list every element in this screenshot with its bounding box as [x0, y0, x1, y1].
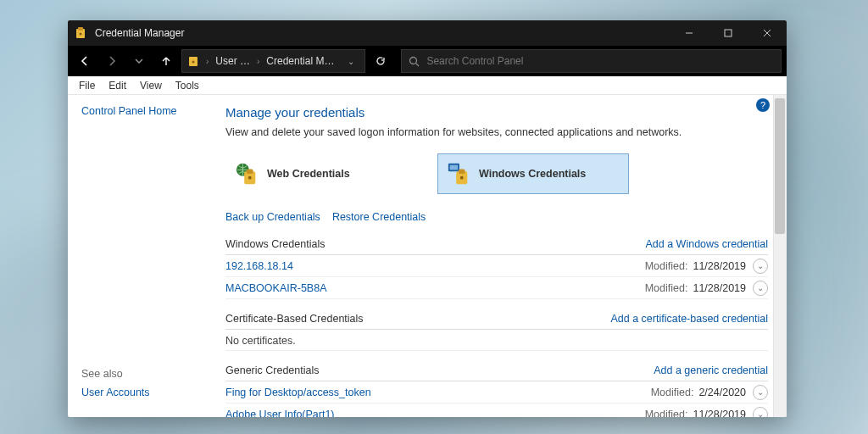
control-panel-home-link[interactable]: Control Panel Home	[81, 105, 212, 117]
chevron-right-icon: ›	[204, 57, 210, 66]
page-description: View and delete your saved logon informa…	[225, 126, 768, 138]
credential-row[interactable]: 192.168.18.14 Modified: 11/28/2019 ⌄	[225, 255, 768, 277]
restore-credentials-link[interactable]: Restore Credentials	[332, 211, 426, 223]
tab-windows-label: Windows Credentials	[479, 168, 586, 180]
back-button[interactable]	[73, 49, 97, 73]
credential-tabs: Web Credentials Windows Credentials	[225, 153, 768, 194]
maximize-button[interactable]	[709, 20, 748, 46]
credential-name: Adobe User Info(Part1)	[225, 409, 645, 418]
svg-rect-1	[78, 27, 83, 31]
page-title: Manage your credentials	[225, 105, 768, 120]
navbar: › User … › Credential M… ⌄	[68, 46, 787, 76]
scrollbar[interactable]	[773, 95, 787, 417]
modified-date: 11/28/2019	[693, 260, 746, 272]
expand-button[interactable]: ⌄	[753, 259, 768, 274]
credential-name: Fing for Desktop/access_token	[225, 387, 651, 398]
backup-credentials-link[interactable]: Back up Credentials	[225, 211, 320, 223]
search-box[interactable]	[401, 49, 782, 73]
svg-line-10	[416, 63, 420, 66]
window-title: Credential Manager	[95, 27, 670, 39]
add-windows-credential-link[interactable]: Add a Windows credential	[645, 238, 768, 250]
see-also-label: See also	[81, 368, 212, 380]
chevron-right-icon: ›	[255, 57, 261, 66]
section-title: Certificate-Based Credentials	[225, 313, 364, 325]
close-button[interactable]	[748, 20, 787, 46]
titlebar: Credential Manager	[68, 20, 787, 46]
credential-row[interactable]: Fing for Desktop/access_token Modified: …	[225, 381, 768, 403]
refresh-button[interactable]	[369, 49, 392, 73]
modified-label: Modified:	[645, 260, 688, 272]
svg-rect-18	[459, 169, 465, 174]
svg-point-9	[410, 57, 417, 64]
section-generic-credentials: Generic Credentials Add a generic creden…	[225, 361, 768, 417]
windows-credentials-icon	[447, 162, 470, 186]
modified-label: Modified:	[645, 282, 688, 294]
tab-windows-credentials[interactable]: Windows Credentials	[437, 153, 629, 194]
backup-restore-actions: Back up Credentials Restore Credentials	[225, 211, 768, 223]
sidebar: Control Panel Home See also User Account…	[68, 95, 225, 417]
menu-file[interactable]: File	[73, 78, 101, 93]
breadcrumb-seg-1[interactable]: User …	[212, 55, 253, 67]
expand-button[interactable]: ⌄	[753, 281, 768, 296]
menu-edit[interactable]: Edit	[103, 78, 132, 93]
help-icon[interactable]: ?	[756, 98, 770, 112]
breadcrumb-seg-2[interactable]: Credential M…	[263, 55, 337, 67]
web-credentials-icon	[235, 162, 259, 186]
menu-view[interactable]: View	[134, 78, 168, 93]
breadcrumb-dropdown[interactable]: ⌄	[342, 57, 359, 66]
app-icon	[75, 26, 88, 40]
scrollbar-thumb[interactable]	[775, 98, 785, 234]
svg-rect-16	[450, 165, 458, 170]
minimize-button[interactable]	[670, 20, 709, 46]
menubar: File Edit View Tools	[68, 76, 787, 95]
credential-name: 192.168.18.14	[225, 260, 645, 272]
svg-point-14	[248, 176, 252, 180]
tab-web-credentials[interactable]: Web Credentials	[225, 153, 417, 194]
window: Credential Manager › User … › Credential…	[68, 20, 787, 417]
credential-row[interactable]: MACBOOKAIR-5B8A Modified: 11/28/2019 ⌄	[225, 277, 768, 299]
section-windows-credentials: Windows Credentials Add a Windows creden…	[225, 235, 768, 299]
search-icon	[409, 56, 420, 67]
breadcrumb[interactable]: › User … › Credential M… ⌄	[181, 49, 365, 73]
section-certificate-credentials: Certificate-Based Credentials Add a cert…	[225, 309, 768, 351]
svg-point-2	[79, 32, 81, 35]
section-title: Generic Credentials	[225, 364, 319, 376]
recent-dropdown[interactable]	[127, 49, 151, 73]
main-content: ? Manage your credentials View and delet…	[225, 95, 787, 417]
section-title: Windows Credentials	[225, 238, 325, 250]
search-input[interactable]	[426, 55, 774, 67]
modified-date: 2/24/2020	[698, 387, 746, 398]
modified-label: Modified:	[645, 409, 688, 418]
menu-tools[interactable]: Tools	[170, 78, 205, 93]
no-certificates-label: No certificates.	[225, 330, 768, 351]
user-accounts-link[interactable]: User Accounts	[81, 387, 212, 398]
svg-rect-4	[725, 30, 732, 36]
svg-point-8	[192, 61, 195, 64]
tab-web-label: Web Credentials	[267, 168, 350, 180]
modified-date: 11/28/2019	[693, 282, 746, 294]
expand-button[interactable]: ⌄	[753, 385, 768, 400]
add-certificate-credential-link[interactable]: Add a certificate-based credential	[610, 313, 768, 325]
svg-rect-13	[247, 169, 253, 174]
modified-date: 11/28/2019	[693, 409, 746, 418]
credential-name: MACBOOKAIR-5B8A	[225, 282, 645, 294]
modified-label: Modified:	[651, 387, 694, 398]
svg-point-19	[460, 176, 464, 180]
forward-button[interactable]	[100, 49, 124, 73]
add-generic-credential-link[interactable]: Add a generic credential	[654, 364, 768, 376]
credential-row[interactable]: Adobe User Info(Part1) Modified: 11/28/2…	[225, 403, 768, 417]
up-button[interactable]	[154, 49, 178, 73]
body: Control Panel Home See also User Account…	[68, 95, 787, 417]
breadcrumb-icon	[187, 54, 201, 68]
expand-button[interactable]: ⌄	[753, 407, 768, 418]
